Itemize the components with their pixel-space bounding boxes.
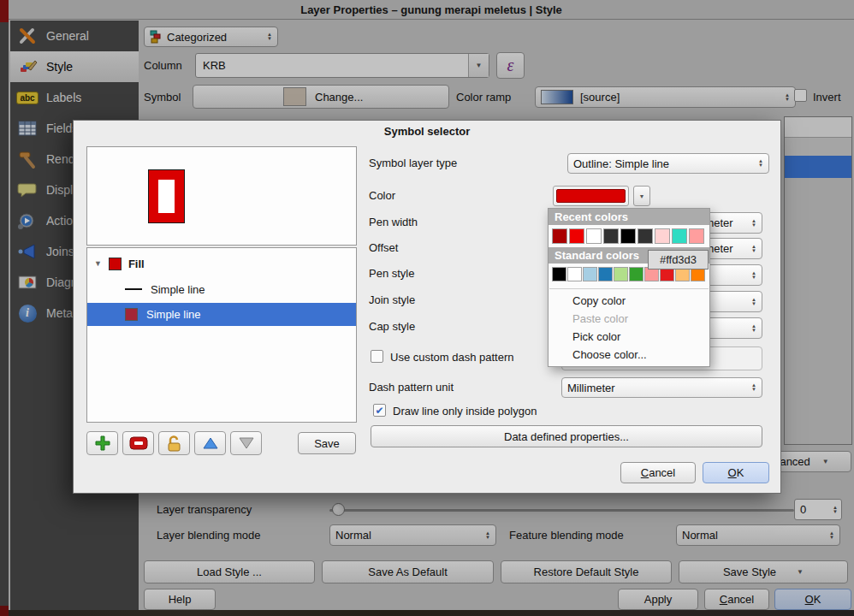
plus-icon <box>94 435 111 452</box>
color-swatch[interactable] <box>672 228 687 244</box>
dropdown-arrow-icon: ▼ <box>639 193 645 199</box>
tree-item-label: Simple line <box>151 283 205 296</box>
dash-unit-value: Millimeter <box>567 382 615 394</box>
down-triangle-icon <box>238 436 255 450</box>
color-swatch[interactable] <box>569 228 584 244</box>
fill-swatch <box>109 258 122 270</box>
menu-item-paste-color: Paste color <box>549 310 709 328</box>
lock-color-button[interactable] <box>158 431 190 455</box>
pen-style-label: Pen style <box>369 267 414 280</box>
color-swatch[interactable] <box>552 228 567 244</box>
color-button[interactable] <box>553 186 629 206</box>
tree-item-simple-line-2-selected[interactable]: Simple line <box>87 303 356 326</box>
symbol-layer-type-value: Outline: Simple line <box>573 157 669 170</box>
spinner-arrows: ▲▼ <box>751 324 756 333</box>
up-triangle-icon <box>202 436 219 450</box>
join-style-label: Join style <box>369 293 415 306</box>
symbol-layer-type-select[interactable]: Outline: Simple line ▲▼ <box>567 153 769 174</box>
color-swatch[interactable] <box>655 228 670 244</box>
background-map-corner <box>0 606 9 616</box>
symbol-layer-tree: ▼ Fill Simple line Simple line <box>86 247 357 423</box>
line-color-swatch <box>125 308 138 321</box>
color-label: Color <box>369 189 395 202</box>
menu-item-pick-color[interactable]: Pick color <box>549 328 709 346</box>
cap-style-label: Cap style <box>369 320 415 333</box>
symbol-save-button[interactable]: Save <box>298 432 356 454</box>
tree-item-simple-line-1[interactable]: Simple line <box>87 277 356 301</box>
color-dropdown-arrow-button[interactable]: ▼ <box>633 186 650 206</box>
remove-symbol-layer-button[interactable] <box>122 431 154 455</box>
color-swatch[interactable] <box>689 228 704 244</box>
color-swatch[interactable] <box>614 267 628 281</box>
background-map-sliver-top <box>0 0 9 22</box>
color-dropdown-menu: Recent colors Standard colors Copy <box>548 208 710 367</box>
check-icon: ✔ <box>375 406 383 416</box>
color-swatch[interactable] <box>583 267 597 281</box>
tree-item-label: Simple line <box>146 308 201 321</box>
color-swatch[interactable] <box>552 267 566 281</box>
dialog-title: Symbol selector <box>384 125 470 138</box>
color-swatch[interactable] <box>586 228 602 244</box>
draw-inside-label: Draw line only inside polygon <box>393 405 537 418</box>
recent-colors-header: Recent colors <box>549 209 709 225</box>
move-up-button[interactable] <box>194 431 226 455</box>
spinner-arrows: ▲▼ <box>751 271 756 280</box>
add-symbol-layer-button[interactable] <box>86 431 118 455</box>
color-swatch[interactable] <box>598 267 613 281</box>
color-swatch[interactable] <box>603 228 619 244</box>
offset-label: Offset <box>369 241 398 254</box>
spinner-arrows: ▲▼ <box>758 159 763 168</box>
dialog-titlebar[interactable]: Symbol selector <box>74 121 780 143</box>
symbol-preview-shape <box>149 170 184 222</box>
tree-item-fill[interactable]: ▼ Fill <box>87 252 356 275</box>
dash-unit-label: Dash pattern unit <box>369 381 454 394</box>
move-down-button[interactable] <box>230 431 262 455</box>
desktop-background: Layer Properties – gunung merapi meletus… <box>0 0 854 616</box>
lock-icon <box>166 435 183 453</box>
minus-icon <box>129 435 148 451</box>
custom-dash-label: Use custom dash pattern <box>390 351 514 364</box>
dialog-ok-button[interactable]: OK <box>703 462 769 483</box>
symbol-layer-type-label: Symbol layer type <box>369 157 457 169</box>
color-swatch[interactable] <box>620 228 636 244</box>
line-swatch <box>125 288 142 290</box>
data-defined-properties-button[interactable]: Data defined properties... <box>371 425 762 447</box>
color-tooltip: #ffd3d3 <box>648 250 709 270</box>
current-color-swatch <box>556 189 626 203</box>
dash-unit-select[interactable]: Millimeter ▲▼ <box>561 377 762 398</box>
draw-inside-checkbox[interactable]: ✔ <box>373 404 386 417</box>
pen-width-label: Pen width <box>369 216 418 228</box>
menu-separator <box>549 288 709 289</box>
spinner-arrows: ▲▼ <box>751 383 756 392</box>
tree-item-label: Fill <box>128 258 145 270</box>
expander-icon[interactable]: ▼ <box>94 259 102 268</box>
color-swatch[interactable] <box>638 228 653 244</box>
color-tooltip-text: #ffd3d3 <box>660 253 697 266</box>
background-map-sliver-bottom <box>7 610 854 616</box>
recent-colors-row <box>549 225 709 247</box>
menu-item-copy-color[interactable]: Copy color <box>549 292 709 310</box>
spinner-arrows: ▲▼ <box>751 219 756 228</box>
custom-dash-checkbox[interactable] <box>371 350 383 363</box>
color-swatch[interactable] <box>567 267 582 281</box>
symbol-preview-panel <box>86 146 357 246</box>
spinner-arrows: ▲▼ <box>751 245 756 253</box>
dialog-cancel-button[interactable]: Cancel <box>620 462 696 483</box>
menu-item-choose-color[interactable]: Choose color... <box>549 346 709 364</box>
color-swatch[interactable] <box>629 267 643 281</box>
spinner-arrows: ▲▼ <box>751 298 756 306</box>
